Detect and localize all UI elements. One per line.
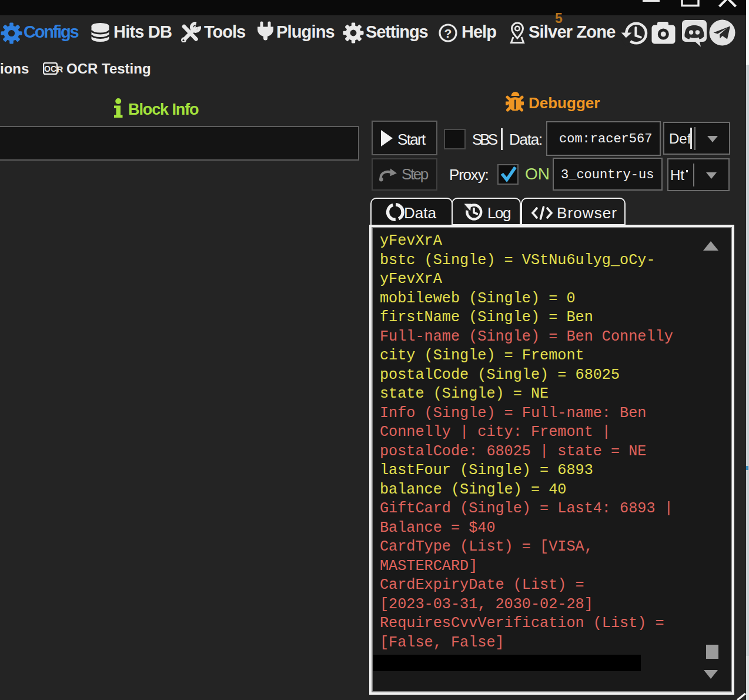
svg-text:R: R: [57, 64, 63, 74]
svg-text:OC: OC: [44, 64, 56, 74]
svg-text:?: ?: [444, 26, 452, 40]
